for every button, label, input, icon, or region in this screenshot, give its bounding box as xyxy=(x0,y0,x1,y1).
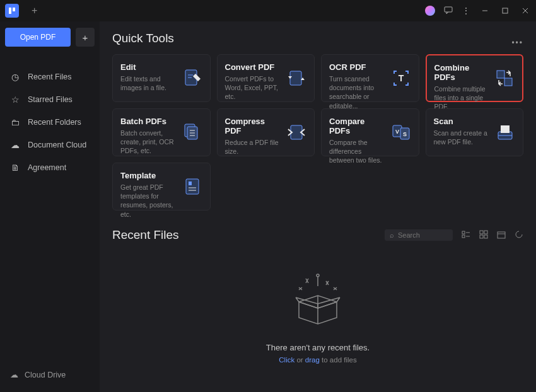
calendar-icon[interactable] xyxy=(497,230,506,241)
svg-rect-13 xyxy=(504,78,512,86)
list-view-icon[interactable] xyxy=(462,230,470,241)
search-input[interactable] xyxy=(398,231,448,239)
clock-icon: ◷ xyxy=(10,72,20,82)
svg-rect-4 xyxy=(503,8,508,13)
sidebar-item-starred-files[interactable]: ☆ Starred Files xyxy=(5,88,95,111)
tool-card-convert-pdf[interactable]: Convert PDFConvert PDFs to Word, Excel, … xyxy=(217,54,315,102)
card-title: Edit xyxy=(120,62,175,72)
card-desc: Turn scanned documents into searchable o… xyxy=(329,74,383,110)
kebab-menu-icon[interactable]: ⋮ xyxy=(462,6,470,16)
svg-text:S: S xyxy=(402,131,406,137)
combine-icon xyxy=(493,67,516,89)
sidebar-item-agreement[interactable]: 🗎 Agreement xyxy=(5,156,95,179)
svg-rect-28 xyxy=(189,182,192,185)
tool-card-compress-pdf[interactable]: Compress PDFReduce a PDF file size. xyxy=(217,108,315,156)
card-desc: Scan and create a new PDF file. xyxy=(434,129,488,146)
template-icon xyxy=(181,175,204,198)
sidebar-item-label: Recent Folders xyxy=(28,118,81,127)
svg-rect-36 xyxy=(484,231,487,234)
empty-text-secondary: Click or drag to add files xyxy=(112,356,523,364)
recent-files-heading: Recent Files xyxy=(112,228,179,242)
sidebar-item-label: Document Cloud xyxy=(28,141,86,149)
card-desc: Edit texts and images in a file. xyxy=(120,74,175,92)
svg-rect-2 xyxy=(445,7,452,12)
svg-rect-25 xyxy=(501,125,510,133)
new-tab-button[interactable]: + xyxy=(32,5,37,16)
svg-rect-39 xyxy=(498,232,505,238)
sidebar-item-label: Agreement xyxy=(28,163,66,172)
tool-card-compare-pdfs[interactable]: Compare PDFsCompare the differences betw… xyxy=(321,108,419,156)
plus-icon: + xyxy=(83,32,88,43)
tool-card-combine-pdfs[interactable]: Combine PDFsCombine multiple files into … xyxy=(426,54,524,102)
empty-text-primary: There aren't any recent files. xyxy=(112,343,523,352)
tool-card-ocr-pdf[interactable]: OCR PDFTurn scanned documents into searc… xyxy=(321,54,419,102)
new-file-button[interactable]: + xyxy=(76,28,95,47)
open-pdf-button[interactable]: Open PDF xyxy=(5,28,71,47)
svg-point-41 xyxy=(317,274,319,277)
sidebar-item-recent-files[interactable]: ◷ Recent Files xyxy=(5,66,95,88)
svg-rect-38 xyxy=(484,235,487,238)
ocr-icon: T xyxy=(390,67,412,89)
card-title: Combine PDFs xyxy=(434,63,487,82)
svg-text:T: T xyxy=(398,73,404,83)
svg-rect-31 xyxy=(462,231,465,234)
card-title: Batch PDFs xyxy=(120,117,175,126)
sidebar-item-label: Starred Files xyxy=(28,95,73,104)
tool-card-edit[interactable]: EditEdit texts and images in a file. xyxy=(112,54,211,102)
more-icon[interactable]: ••• xyxy=(511,38,523,47)
cloud-icon: ☁ xyxy=(10,370,18,379)
close-button[interactable] xyxy=(520,5,531,16)
svg-rect-10 xyxy=(290,71,301,85)
folder-icon: 🗀 xyxy=(10,117,20,127)
sidebar-item-label: Cloud Drive xyxy=(25,371,66,379)
card-desc: Get great PDF templates for resumes, pos… xyxy=(120,183,175,219)
card-desc: Convert PDFs to Word, Excel, PPT, etc. xyxy=(225,74,279,101)
card-desc: Batch convert, create, print, OCR PDFs, … xyxy=(120,129,175,156)
card-title: Scan xyxy=(434,117,488,126)
card-title: Template xyxy=(120,171,175,180)
tool-card-template[interactable]: TemplateGet great PDF templates for resu… xyxy=(112,163,211,210)
card-title: Convert PDF xyxy=(225,62,279,72)
sidebar-item-label: Recent Files xyxy=(28,72,71,81)
empty-box-icon xyxy=(112,274,523,330)
empty-state: There aren't any recent files. Click or … xyxy=(112,248,523,364)
card-desc: Combine multiple files into a single PDF… xyxy=(434,84,487,112)
compress-icon xyxy=(285,121,308,144)
convert-icon xyxy=(285,67,308,89)
card-title: OCR PDF xyxy=(329,62,383,72)
chat-icon[interactable] xyxy=(444,6,453,16)
scan-icon xyxy=(494,121,516,144)
svg-text:V: V xyxy=(395,129,399,135)
edit-icon xyxy=(181,67,204,89)
card-desc: Reduce a PDF file size. xyxy=(225,138,279,156)
refresh-icon[interactable] xyxy=(515,230,523,241)
tool-card-scan[interactable]: ScanScan and create a new PDF file. xyxy=(426,108,524,156)
plus-icon: + xyxy=(32,5,37,16)
maximize-button[interactable] xyxy=(499,5,511,16)
app-logo xyxy=(5,4,19,18)
user-avatar[interactable] xyxy=(425,6,435,16)
svg-rect-32 xyxy=(462,235,465,238)
sidebar-item-recent-folders[interactable]: 🗀 Recent Folders xyxy=(5,111,95,134)
search-input-wrapper[interactable]: ⌕ xyxy=(385,229,453,241)
card-title: Compress PDF xyxy=(225,117,279,135)
svg-rect-0 xyxy=(9,8,11,14)
click-link[interactable]: Click xyxy=(279,356,294,364)
grid-view-icon[interactable] xyxy=(479,230,488,241)
quick-tools-heading: Quick Tools xyxy=(112,32,174,45)
sidebar-item-cloud-drive[interactable]: ☁ Cloud Drive xyxy=(5,364,95,386)
compare-icon: SV xyxy=(390,121,412,144)
cloud-icon: ☁ xyxy=(10,140,20,150)
star-icon: ☆ xyxy=(10,95,20,105)
tool-card-batch-pdfs[interactable]: Batch PDFsBatch convert, create, print, … xyxy=(112,108,211,156)
search-icon: ⌕ xyxy=(390,231,394,239)
svg-rect-37 xyxy=(480,235,483,238)
card-title: Compare PDFs xyxy=(329,117,383,135)
svg-rect-1 xyxy=(13,8,15,11)
sidebar: Open PDF + ◷ Recent Files ☆ Starred File… xyxy=(0,21,100,392)
minimize-button[interactable] xyxy=(479,5,491,16)
card-desc: Compare the differences between two file… xyxy=(329,138,383,165)
drag-link[interactable]: drag xyxy=(305,356,320,364)
sidebar-item-document-cloud[interactable]: ☁ Document Cloud xyxy=(5,134,95,156)
svg-rect-12 xyxy=(497,71,504,78)
